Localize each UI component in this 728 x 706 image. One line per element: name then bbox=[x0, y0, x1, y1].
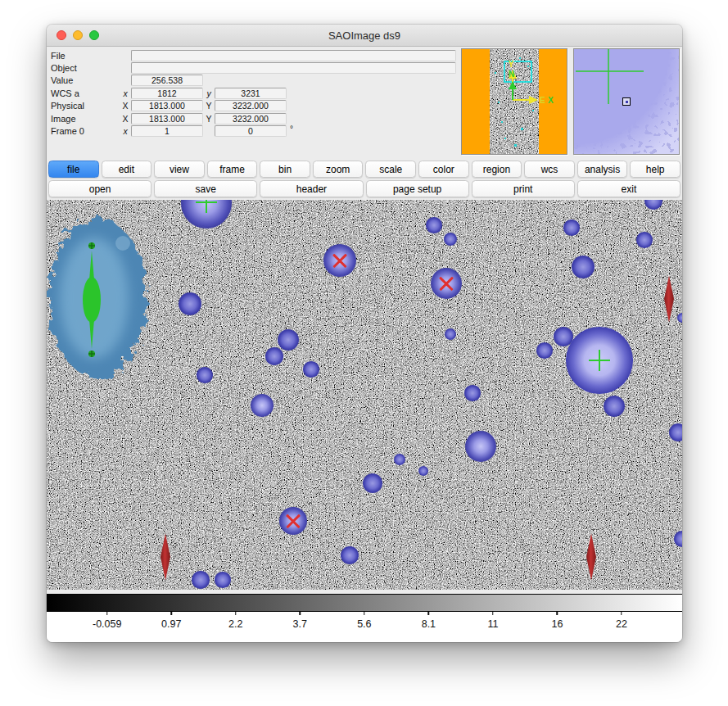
colorbar-tick-label: -0.059 bbox=[93, 618, 121, 630]
filemenu-button-page-setup[interactable]: page setup bbox=[366, 180, 469, 197]
colorbar-tick-label: 5.6 bbox=[357, 618, 371, 630]
region-marker-xmark[interactable] bbox=[284, 512, 302, 530]
colorbar-tick bbox=[235, 612, 237, 615]
info-field[interactable]: 1812 bbox=[131, 88, 203, 99]
menu-button-file[interactable]: file bbox=[48, 161, 99, 178]
star-source bbox=[636, 232, 652, 247]
info-field[interactable]: 1813.000 bbox=[131, 113, 203, 124]
colorbar-tick bbox=[557, 612, 558, 615]
desktop: SAOImage ds9 FileObjectValue256.538WCS a… bbox=[0, 0, 728, 706]
info-row: Object bbox=[51, 61, 461, 74]
coord-axis-label: X bbox=[120, 101, 131, 111]
compass-east-label: E bbox=[540, 96, 545, 105]
region-marker-plus[interactable] bbox=[589, 350, 610, 371]
star-source bbox=[363, 473, 382, 493]
coord-axis-label: x bbox=[120, 88, 131, 98]
menu-button-wcs[interactable]: wcs bbox=[524, 161, 575, 178]
coord-axis-label: y bbox=[203, 88, 215, 98]
menu-row: fileeditviewframebinzoomscalecolorregion… bbox=[48, 161, 681, 178]
info-row-label: Object bbox=[51, 63, 120, 73]
star-source bbox=[192, 571, 210, 589]
star-source bbox=[303, 361, 319, 377]
info-row-label: File bbox=[51, 51, 120, 61]
info-field[interactable]: 3231 bbox=[215, 88, 287, 99]
menu-button-color[interactable]: color bbox=[418, 161, 469, 178]
star-source bbox=[677, 313, 682, 323]
coord-axis-label: Y bbox=[203, 101, 215, 111]
star-source bbox=[215, 572, 230, 587]
star-source bbox=[341, 546, 359, 564]
saturated-galaxy bbox=[47, 208, 170, 396]
info-row-label: Physical bbox=[51, 101, 120, 111]
info-row: WCS ax1812y3231 bbox=[51, 87, 461, 99]
star-source bbox=[197, 367, 212, 382]
colorbar-tick-label: 11 bbox=[487, 618, 498, 630]
star-source bbox=[464, 385, 480, 401]
colorbar-tick bbox=[428, 612, 430, 615]
colorbar-gradient[interactable] bbox=[47, 594, 682, 612]
info-field[interactable] bbox=[131, 50, 456, 61]
info-row-label: WCS a bbox=[51, 88, 120, 98]
ds9-window: SAOImage ds9 FileObjectValue256.538WCS a… bbox=[47, 25, 682, 642]
star-source bbox=[265, 347, 283, 365]
panner[interactable]: Y N E X bbox=[461, 48, 567, 155]
file-menu-row: opensaveheaderpage setupprintexit bbox=[48, 180, 681, 197]
info-field[interactable]: 3232.000 bbox=[215, 100, 287, 111]
colorbar-footer: -0.0590.972.23.75.68.1111622 bbox=[47, 594, 682, 642]
filemenu-button-exit[interactable]: exit bbox=[577, 180, 681, 197]
info-field[interactable]: 1 bbox=[131, 125, 203, 137]
colorbar-tick bbox=[621, 612, 622, 615]
colorbar-tick-label: 8.1 bbox=[422, 618, 436, 630]
image-display[interactable] bbox=[47, 200, 682, 590]
magnifier-cursor-box bbox=[622, 97, 631, 106]
star-source bbox=[674, 531, 682, 546]
filemenu-button-save[interactable]: save bbox=[154, 180, 257, 197]
compass-north-label: N bbox=[509, 70, 514, 79]
colorbar-scale: -0.0590.972.23.75.68.1111622 bbox=[47, 612, 682, 642]
titlebar[interactable]: SAOImage ds9 bbox=[47, 25, 682, 47]
menu-button-zoom[interactable]: zoom bbox=[313, 161, 364, 178]
coord-axis-label: x bbox=[120, 126, 131, 136]
menu-button-bin[interactable]: bin bbox=[260, 161, 310, 178]
colorbar-tick-label: 22 bbox=[616, 618, 627, 630]
menu-button-help[interactable]: help bbox=[630, 161, 681, 178]
compass-y-label: Y bbox=[509, 60, 514, 69]
menu-button-region[interactable]: region bbox=[472, 161, 522, 178]
region-marker-xmark[interactable] bbox=[437, 274, 455, 292]
menu-button-edit[interactable]: edit bbox=[102, 161, 152, 178]
coord-axis-label: X bbox=[120, 114, 131, 124]
info-row-label: Image bbox=[51, 114, 120, 124]
compass-x-label: X bbox=[548, 96, 554, 105]
info-row: File bbox=[51, 49, 461, 61]
info-field[interactable]: 256.538 bbox=[131, 75, 203, 86]
menu-button-view[interactable]: view bbox=[154, 161, 205, 178]
filemenu-button-open[interactable]: open bbox=[48, 180, 151, 197]
info-row: ImageX1813.000Y3232.000 bbox=[51, 112, 461, 124]
filemenu-button-print[interactable]: print bbox=[472, 180, 575, 197]
menu-button-analysis[interactable]: analysis bbox=[577, 161, 628, 178]
info-row: Frame 0x10° bbox=[51, 124, 461, 137]
magnifier[interactable] bbox=[573, 48, 680, 155]
star-source bbox=[563, 219, 579, 235]
colorbar-tick bbox=[171, 612, 173, 615]
info-field[interactable]: 0 bbox=[215, 125, 287, 137]
info-field[interactable] bbox=[131, 62, 456, 74]
region-marker-plus[interactable] bbox=[196, 200, 217, 213]
filemenu-button-header[interactable]: header bbox=[260, 180, 363, 197]
menu-button-frame[interactable]: frame bbox=[207, 161, 258, 178]
colorbar-tick bbox=[106, 612, 108, 615]
window-title: SAOImage ds9 bbox=[47, 29, 682, 42]
info-row: Value256.538 bbox=[51, 75, 461, 87]
colorbar-tick-label: 16 bbox=[551, 618, 563, 630]
info-field[interactable]: 3232.000 bbox=[215, 113, 287, 124]
info-row: PhysicalX1813.000Y3232.000 bbox=[51, 100, 461, 112]
colorbar-tick bbox=[492, 612, 494, 615]
colorbar-tick bbox=[364, 612, 365, 615]
info-field[interactable]: 1813.000 bbox=[131, 100, 203, 111]
coord-axis-label: Y bbox=[203, 114, 215, 124]
colorbar-tick bbox=[300, 612, 301, 615]
colorbar-tick-label: 2.2 bbox=[228, 618, 242, 630]
region-marker-xmark[interactable] bbox=[331, 251, 349, 269]
menu-button-scale[interactable]: scale bbox=[365, 161, 416, 178]
colorbar-tick-label: 0.97 bbox=[161, 618, 181, 630]
